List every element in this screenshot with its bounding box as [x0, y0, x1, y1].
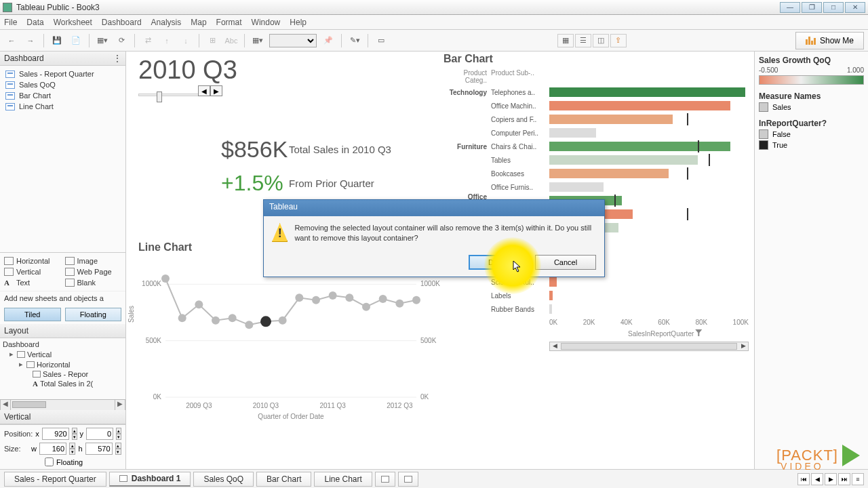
objects-panel: Horizontal Image Vertical Web Page AText…: [0, 252, 125, 291]
minimize-button[interactable]: —: [780, 2, 800, 13]
chevron-down-icon[interactable]: ▸: [18, 360, 24, 369]
object-blank[interactable]: Blank: [65, 279, 122, 287]
menu-data[interactable]: Data: [26, 18, 43, 27]
save-button[interactable]: 💾: [50, 33, 64, 48]
menu-window[interactable]: Window: [252, 18, 281, 27]
view-list-icon[interactable]: ☰: [575, 34, 591, 47]
menu-analysis[interactable]: Analysis: [151, 18, 182, 27]
show-me-button[interactable]: Show Me: [795, 32, 864, 49]
sort-desc-button[interactable]: ↓: [178, 33, 193, 48]
bar-row[interactable]: Rubber Bands: [443, 302, 749, 316]
floating-checkbox[interactable]: [45, 458, 54, 466]
swap-button[interactable]: ⇄: [140, 33, 155, 48]
tab-dashboard1[interactable]: Dashboard 1: [109, 472, 191, 487]
spinner[interactable]: ▴▾: [116, 428, 121, 440]
size-h-input[interactable]: [85, 443, 113, 455]
view-grid-icon[interactable]: ▦: [557, 34, 574, 47]
tiled-button[interactable]: Tiled: [4, 308, 61, 321]
size-w-input[interactable]: [39, 443, 66, 455]
tree-row[interactable]: Sales - Repor: [3, 369, 123, 379]
tree-row[interactable]: ATotal Sales in 2(: [3, 379, 123, 388]
legend-item[interactable]: Sales: [759, 102, 864, 112]
tree-row[interactable]: ▸Horizontal: [3, 359, 123, 369]
back-button[interactable]: ←: [4, 33, 19, 48]
tree-row[interactable]: Dashboard: [3, 340, 123, 349]
bar-row[interactable]: Furniture Chairs & Chai..: [443, 140, 749, 153]
sheet-item[interactable]: Bar Chart: [3, 90, 123, 101]
group-button[interactable]: ⊞: [205, 33, 220, 48]
menu-dashboard[interactable]: Dashboard: [102, 18, 142, 27]
new-sheet-button[interactable]: [375, 472, 395, 487]
object-webpage[interactable]: Web Page: [65, 268, 122, 276]
bar-hscroll[interactable]: ◀▶: [549, 342, 749, 351]
sheet-item[interactable]: Sales - Report Quarter: [3, 68, 123, 79]
menu-map[interactable]: Map: [191, 18, 206, 27]
cancel-button[interactable]: Cancel: [535, 255, 596, 270]
menu-help[interactable]: Help: [290, 18, 307, 27]
spinner[interactable]: ▴▾: [115, 443, 121, 455]
datasource-button[interactable]: ▦▾: [95, 33, 110, 48]
bar-row[interactable]: Labels: [443, 289, 749, 302]
bar-row[interactable]: Office Machin..: [443, 99, 749, 113]
new-dashboard-button[interactable]: [398, 472, 418, 487]
menu-file[interactable]: File: [4, 18, 17, 27]
spinner[interactable]: ▴▾: [69, 443, 75, 455]
bar-row[interactable]: Bookcases: [443, 167, 749, 180]
svg-point-17: [295, 293, 303, 302]
sheet-item[interactable]: Line Chart: [3, 101, 123, 112]
floating-button[interactable]: Floating: [65, 308, 122, 321]
spinner[interactable]: ▴▾: [72, 428, 77, 440]
delete-button[interactable]: Delete: [469, 255, 530, 270]
object-text[interactable]: AText: [4, 279, 61, 287]
menu-format[interactable]: Format: [216, 18, 242, 27]
line-chart[interactable]: 0K0K500K500K1000K1000K2009 Q32010 Q32011…: [138, 255, 443, 424]
bar-row[interactable]: Scissors, Rul..: [443, 275, 749, 289]
menu-worksheet[interactable]: Worksheet: [54, 18, 92, 27]
chart-type-button[interactable]: ▦▾: [250, 33, 265, 48]
pos-x-input[interactable]: [42, 428, 69, 440]
sheet-item[interactable]: Sales QoQ: [3, 79, 123, 90]
tab-next-button[interactable]: ▶: [825, 473, 837, 485]
pin-button[interactable]: 📌: [321, 33, 336, 48]
bar-row[interactable]: Technology Telephones a..: [443, 85, 749, 99]
legend-item-true[interactable]: True: [759, 140, 864, 150]
maximize-button[interactable]: □: [823, 2, 844, 13]
tab-bar-chart[interactable]: Bar Chart: [256, 472, 311, 487]
tab-last-button[interactable]: ⏭: [838, 473, 850, 485]
next-quarter-button[interactable]: ▶: [210, 85, 222, 96]
tab-first-button[interactable]: ⏮: [797, 473, 810, 485]
highlight-button[interactable]: ✎▾: [347, 33, 362, 48]
tree-row[interactable]: ▸Vertical: [3, 349, 123, 359]
pos-y-input[interactable]: [86, 428, 113, 440]
tab-sales-report[interactable]: Sales - Report Quarter: [4, 472, 106, 487]
fit-select[interactable]: [269, 34, 317, 47]
label-button[interactable]: Abc: [224, 33, 239, 48]
tab-line-chart[interactable]: Line Chart: [314, 472, 372, 487]
add-sheets-label: Add new sheets and objects a: [0, 291, 125, 305]
bar-row[interactable]: Copiers and F..: [443, 113, 749, 126]
new-button[interactable]: 📄: [68, 33, 83, 48]
sort-asc-button[interactable]: ↑: [159, 33, 174, 48]
restore-button[interactable]: ❐: [802, 2, 822, 13]
object-image[interactable]: Image: [65, 257, 122, 265]
panel-menu-icon[interactable]: ⋮: [113, 54, 121, 63]
upload-icon[interactable]: ⇪: [610, 34, 627, 47]
bar-row[interactable]: Computer Peri..: [443, 126, 749, 140]
legend-item-false[interactable]: False: [759, 129, 864, 139]
chevron-down-icon[interactable]: ▸: [8, 350, 15, 359]
presentation-button[interactable]: ▭: [374, 33, 389, 48]
tab-sales-qoq[interactable]: Sales QoQ: [193, 472, 254, 487]
bar-row[interactable]: Tables: [443, 153, 749, 167]
tab-prev-button[interactable]: ◀: [811, 473, 823, 485]
close-button[interactable]: ✕: [845, 2, 865, 13]
refresh-button[interactable]: ⟳: [114, 33, 129, 48]
bar-row[interactable]: Office Furnis..: [443, 180, 749, 194]
svg-point-16: [279, 317, 287, 325]
object-horizontal[interactable]: Horizontal: [4, 257, 61, 265]
object-vertical[interactable]: Vertical: [4, 268, 61, 276]
tree-hscroll[interactable]: ◀▶: [0, 399, 125, 410]
prev-quarter-button[interactable]: ◀: [198, 85, 210, 96]
forward-button[interactable]: →: [23, 33, 38, 48]
view-card-icon[interactable]: ◫: [593, 34, 609, 47]
tab-list-button[interactable]: ≡: [852, 473, 864, 485]
